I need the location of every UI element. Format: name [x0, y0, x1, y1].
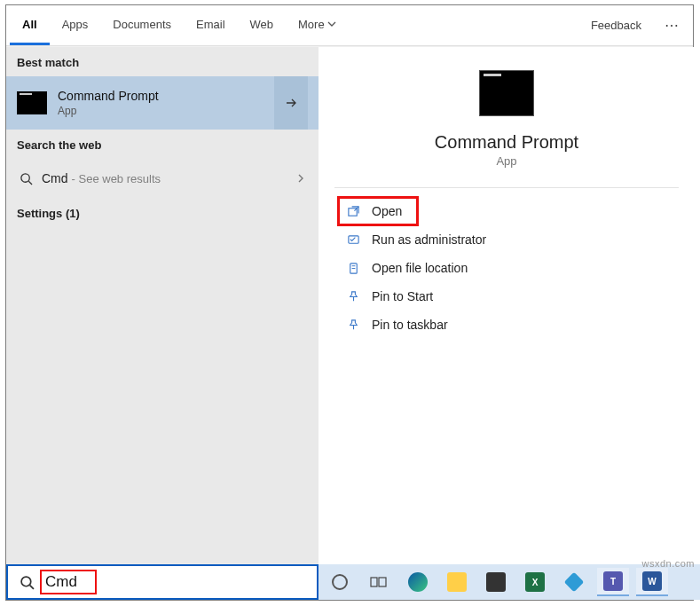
svg-rect-9 [371, 578, 377, 586]
teams-icon[interactable]: T [597, 568, 629, 596]
open-icon [345, 203, 361, 219]
app-title: Command Prompt [319, 132, 695, 153]
best-match-result[interactable]: Command Prompt App [6, 76, 319, 130]
pin-to-start-button[interactable]: Pin to Start [319, 282, 695, 311]
search-web-label: Search the web [6, 130, 319, 159]
app-subtitle: App [319, 154, 695, 168]
tab-all[interactable]: All [10, 5, 50, 45]
open-label: Open [372, 204, 402, 218]
web-query-text: Cmd [42, 171, 68, 185]
open-button[interactable]: Open [338, 197, 418, 225]
svg-rect-10 [379, 578, 386, 586]
divider [334, 187, 679, 188]
search-icon [19, 171, 33, 185]
expand-arrow-icon[interactable] [274, 76, 308, 130]
tab-web[interactable]: Web [238, 5, 287, 45]
command-prompt-icon [17, 91, 47, 114]
tab-apps[interactable]: Apps [50, 5, 101, 45]
result-title: Command Prompt [58, 89, 159, 103]
svg-line-1 [28, 181, 32, 185]
best-match-label: Best match [6, 47, 319, 76]
search-box[interactable] [6, 564, 319, 600]
microsoft-store-icon[interactable] [480, 568, 512, 596]
web-search-result[interactable]: Cmd - See web results [6, 159, 319, 198]
task-view-icon[interactable] [363, 568, 395, 596]
open-file-location-button[interactable]: Open file location [319, 254, 695, 282]
svg-point-0 [20, 173, 28, 181]
run-as-admin-label: Run as administrator [372, 232, 486, 247]
edge-icon[interactable] [402, 568, 434, 596]
options-icon[interactable]: ⋯ [654, 5, 689, 45]
watermark: wsxdn.com [641, 558, 695, 569]
start-search-panel: All Apps Documents Email Web More Feedba… [5, 4, 694, 601]
open-file-location-label: Open file location [372, 261, 468, 275]
run-as-admin-button[interactable]: Run as administrator [319, 225, 695, 254]
pin-icon [345, 317, 361, 333]
cortana-icon[interactable] [324, 568, 356, 596]
web-query-hint: - See web results [72, 172, 161, 185]
word-icon[interactable]: W [636, 568, 668, 596]
tab-more[interactable]: More [286, 5, 349, 45]
preview-column: Command Prompt App Open Run as administr… [319, 47, 695, 566]
tab-documents[interactable]: Documents [100, 5, 184, 45]
kodi-icon[interactable] [558, 568, 590, 596]
search-filter-tabs: All Apps Documents Email Web More Feedba… [6, 5, 693, 46]
folder-icon [345, 260, 361, 276]
svg-point-7 [21, 577, 31, 586]
tab-email[interactable]: Email [184, 5, 238, 45]
result-subtitle: App [58, 105, 159, 117]
app-actions: Open Run as administrator Open file loca… [319, 192, 695, 344]
app-hero: Command Prompt App [319, 47, 695, 168]
settings-section-label[interactable]: Settings (1) [6, 198, 319, 227]
file-explorer-icon[interactable] [441, 568, 473, 596]
pin-to-start-label: Pin to Start [372, 289, 433, 303]
svg-line-8 [29, 585, 33, 588]
search-input[interactable] [45, 573, 88, 591]
search-icon [19, 574, 35, 590]
shield-icon [345, 232, 361, 248]
feedback-link[interactable]: Feedback [578, 5, 654, 45]
pin-icon [345, 288, 361, 304]
taskbar: X T W [319, 564, 700, 600]
chevron-right-icon [295, 173, 306, 184]
excel-icon[interactable]: X [519, 568, 551, 596]
pin-to-taskbar-label: Pin to taskbar [372, 318, 448, 332]
app-large-icon [479, 70, 534, 116]
results-column: Best match Command Prompt App Search the… [6, 47, 319, 566]
search-input-highlight [40, 570, 97, 594]
pin-to-taskbar-button[interactable]: Pin to taskbar [319, 311, 695, 339]
